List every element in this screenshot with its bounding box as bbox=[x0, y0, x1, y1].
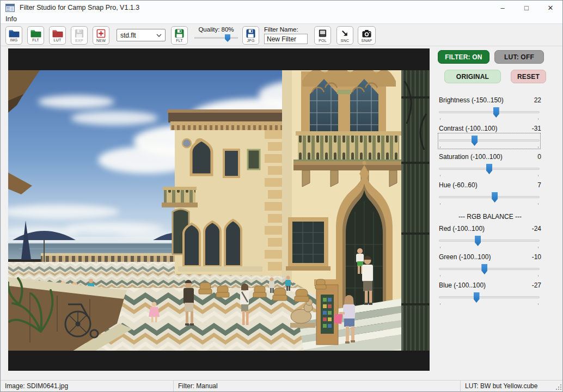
slider-track-area[interactable] bbox=[439, 262, 540, 277]
slider-track-area[interactable] bbox=[439, 162, 540, 176]
slider-label: Red (-100..100) bbox=[439, 225, 485, 232]
slider-thumb[interactable] bbox=[474, 292, 480, 303]
toolbar: IMG FLT LUT EXP bbox=[1, 23, 562, 46]
slider-brightness: Brightness (-150..150)22 bbox=[438, 95, 547, 124]
slider-value: 0 bbox=[537, 153, 541, 161]
app-icon bbox=[5, 4, 15, 12]
slider-track-area[interactable] bbox=[439, 291, 540, 305]
new-filter-button[interactable]: NEW bbox=[93, 26, 109, 45]
slider-thumb[interactable] bbox=[493, 107, 499, 118]
open-filter-button[interactable]: FLT bbox=[27, 26, 44, 45]
snc-button[interactable]: SNC bbox=[336, 26, 353, 45]
window-controls: – □ ✕ bbox=[491, 1, 562, 15]
quality-slider-track bbox=[194, 37, 238, 39]
rgb-sliders: Red (-100..100)-24Green (-100..100)-10Bl… bbox=[438, 224, 547, 309]
floppy-icon bbox=[246, 29, 255, 38]
slider-thumb[interactable] bbox=[481, 264, 487, 274]
slider-hue: Hue (-60..60)7 bbox=[438, 180, 547, 209]
folder-icon bbox=[52, 29, 63, 38]
main-sliders: Brightness (-150..150)22Contrast (-100..… bbox=[438, 95, 547, 209]
slider-track[interactable] bbox=[439, 240, 540, 242]
slider-value: -27 bbox=[532, 281, 541, 289]
maximize-button[interactable]: □ bbox=[515, 1, 538, 15]
slider-track[interactable] bbox=[439, 296, 540, 298]
preset-dropdown[interactable]: std.flt bbox=[117, 29, 166, 41]
slider-track-area[interactable] bbox=[439, 191, 540, 205]
slider-thumb[interactable] bbox=[475, 236, 481, 246]
slider-value: 22 bbox=[534, 96, 541, 104]
slider-track-area[interactable] bbox=[439, 134, 540, 148]
menu-info[interactable]: Info bbox=[1, 15, 22, 23]
slider-label: Blue (-100..100) bbox=[439, 281, 486, 289]
filter-name-group: Filter Name: bbox=[264, 26, 308, 44]
filter-name-input[interactable] bbox=[264, 34, 308, 44]
resize-grip[interactable] bbox=[556, 384, 561, 390]
button-label: FLT bbox=[32, 38, 39, 42]
quality-control: Quality: 80% bbox=[194, 26, 238, 42]
status-bar: Image: SDIM0641.jpg Filter: Manual LUT: … bbox=[1, 380, 562, 391]
floppy-icon bbox=[75, 29, 84, 38]
button-label: JPG bbox=[247, 39, 254, 42]
slider-track[interactable] bbox=[439, 196, 540, 198]
slider-label: Green (-100..100) bbox=[439, 253, 491, 261]
button-label: SNAP bbox=[362, 39, 372, 42]
status-image: Image: SDIM0641.jpg bbox=[1, 381, 174, 391]
rgb-balance-header: --- RGB BALANCE --- bbox=[438, 213, 542, 220]
slider-green: Green (-100..100)-10 bbox=[438, 252, 547, 280]
slider-track-area[interactable] bbox=[439, 106, 540, 120]
snap-button[interactable]: SNAP bbox=[358, 26, 376, 45]
filter-name-label: Filter Name: bbox=[264, 26, 308, 33]
slider-contrast: Contrast (-100..100)-31 bbox=[438, 124, 547, 152]
image-preview-canvas bbox=[8, 48, 430, 371]
display-icon bbox=[318, 29, 327, 38]
slider-label: Hue (-60..60) bbox=[439, 181, 478, 189]
button-label: POL bbox=[319, 39, 327, 42]
save-jpg-button[interactable]: JPG bbox=[242, 26, 259, 45]
button-label: IMG bbox=[10, 38, 18, 42]
close-button[interactable]: ✕ bbox=[538, 1, 562, 15]
quality-slider-thumb[interactable] bbox=[225, 34, 230, 42]
slider-label: Contrast (-100..100) bbox=[439, 125, 497, 132]
slider-value: -24 bbox=[532, 225, 541, 232]
open-image-button[interactable]: IMG bbox=[5, 26, 22, 45]
slider-thumb[interactable] bbox=[492, 192, 498, 203]
menu-bar: Info bbox=[1, 15, 562, 23]
floppy-icon bbox=[175, 29, 184, 38]
slider-track[interactable] bbox=[439, 139, 540, 142]
slider-value: -31 bbox=[532, 125, 541, 132]
minimize-button[interactable]: – bbox=[491, 1, 515, 15]
open-lut-button[interactable]: LUT bbox=[49, 26, 66, 45]
slider-thumb[interactable] bbox=[472, 136, 478, 146]
folder-icon bbox=[9, 29, 20, 38]
app-window: Filter Studio for Camp Snap Pro, V1.1.3 … bbox=[0, 0, 563, 392]
pol-button[interactable]: POL bbox=[314, 26, 331, 45]
slider-thumb[interactable] bbox=[486, 164, 492, 174]
status-lut: LUT: BW but Yellow.cube bbox=[461, 381, 562, 391]
title-bar: Filter Studio for Camp Snap Pro, V1.1.3 … bbox=[1, 1, 562, 15]
diagonal-arrow-icon bbox=[340, 29, 350, 38]
lut-toggle-button[interactable]: LUT: OFF bbox=[494, 50, 544, 64]
slider-label: Saturation (-100..100) bbox=[439, 153, 503, 161]
slider-track-area[interactable] bbox=[439, 234, 540, 248]
save-filter-button[interactable]: FLT bbox=[171, 26, 188, 45]
photo-filter-tint bbox=[8, 70, 430, 351]
original-button[interactable]: ORIGINAL bbox=[444, 70, 501, 83]
button-label: NEW bbox=[96, 39, 106, 42]
slider-blue: Blue (-100..100)-27 bbox=[438, 280, 547, 309]
slider-label: Brightness (-150..150) bbox=[439, 96, 504, 104]
filter-toggle-button[interactable]: FILTER: ON bbox=[438, 50, 489, 64]
slider-saturation: Saturation (-100..100)0 bbox=[438, 152, 547, 180]
reset-button[interactable]: RESET bbox=[511, 70, 546, 83]
photo bbox=[8, 48, 430, 371]
control-panel: FILTER: ON LUT: OFF ORIGINAL RESET Brigh… bbox=[438, 48, 547, 364]
quality-label: Quality: 80% bbox=[194, 26, 238, 33]
slider-value: 7 bbox=[537, 181, 541, 189]
slider-value: -10 bbox=[532, 253, 541, 261]
slider-track[interactable] bbox=[439, 111, 540, 113]
button-label: SNC bbox=[341, 39, 349, 42]
button-label: LUT bbox=[54, 38, 62, 42]
button-label: FLT bbox=[176, 39, 183, 42]
chevron-down-icon bbox=[156, 34, 162, 37]
slider-track[interactable] bbox=[439, 268, 540, 270]
quality-slider[interactable] bbox=[194, 34, 238, 42]
